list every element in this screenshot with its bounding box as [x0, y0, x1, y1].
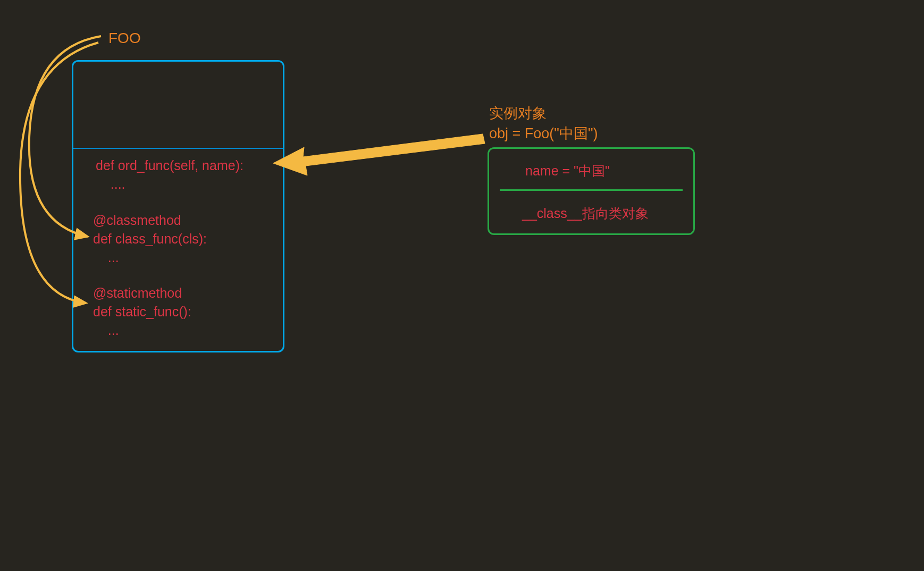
instance-class-ref: __class__指向类对象	[522, 205, 649, 222]
class-func-definition: @classmethod def class_func(cls): ...	[93, 211, 207, 267]
instance-divider	[500, 189, 683, 191]
instance-name-attr: name = "中国"	[525, 162, 610, 180]
instance-container: name = "中国" __class__指向类对象	[488, 147, 695, 235]
ord-func-definition: def ord_func(self, name): ....	[96, 156, 243, 194]
foo-class-label: FOO	[108, 30, 141, 47]
instance-object-label: 实例对象 obj = Foo("中国")	[489, 104, 598, 144]
class-header-divider	[73, 148, 283, 149]
static-func-definition: @staticmethod def static_func(): ...	[93, 284, 191, 340]
instance-to-ordfunc-arrow	[273, 134, 485, 175]
